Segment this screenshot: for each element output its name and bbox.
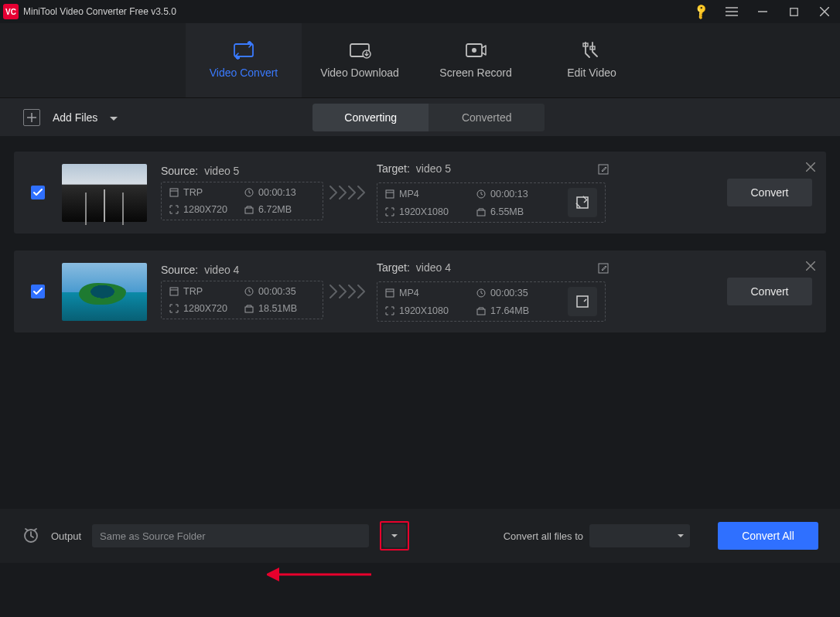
svg-rect-24 <box>477 210 485 216</box>
conversion-list: Source: video 5 TRP 00:00:13 1280X720 6.… <box>0 136 840 348</box>
source-name: video 5 <box>204 165 239 177</box>
target-info: Target: video 5 MP4 00:00:13 1920X1080 6… <box>377 162 609 223</box>
src-duration: 00:00:35 <box>258 286 296 297</box>
thumbnail <box>62 263 147 321</box>
svg-rect-33 <box>386 289 394 297</box>
nav-tab-edit-video[interactable]: Edit Video <box>534 23 650 97</box>
svg-rect-28 <box>170 288 178 295</box>
edit-icon <box>580 42 603 59</box>
svg-rect-4 <box>790 8 797 15</box>
tab-converting[interactable]: Converting <box>312 104 429 131</box>
convert-button[interactable]: Convert <box>727 179 812 206</box>
item-checkbox[interactable] <box>31 285 45 298</box>
svg-rect-19 <box>245 208 253 213</box>
output-dropdown-button[interactable] <box>383 524 406 547</box>
src-resolution: 1280X720 <box>183 303 227 314</box>
src-duration: 00:00:13 <box>258 187 296 198</box>
nav-tab-video-download[interactable]: Video Download <box>302 23 418 97</box>
tgt-duration: 00:00:13 <box>490 189 528 199</box>
target-label: Target: <box>377 162 410 175</box>
maximize-icon[interactable] <box>778 0 809 23</box>
source-label: Source: <box>161 165 198 177</box>
output-settings-button[interactable] <box>568 287 597 316</box>
tgt-size: 6.55MB <box>490 206 524 217</box>
arrow-icon <box>329 186 367 199</box>
tab-converted[interactable]: Converted <box>429 104 545 131</box>
window-title: MiniTool Video Converter Free v3.5.0 <box>23 6 176 17</box>
tgt-size: 17.64MB <box>490 305 529 316</box>
item-checkbox[interactable] <box>31 186 45 199</box>
nav-label: Edit Video <box>567 66 616 79</box>
src-resolution: 1280X720 <box>183 204 227 215</box>
edit-name-icon[interactable] <box>598 162 609 178</box>
nav-label: Screen Record <box>439 66 511 79</box>
arrow-icon <box>329 285 367 298</box>
status-segment: Converting Converted <box>312 104 545 131</box>
close-icon[interactable] <box>809 0 840 23</box>
app-window: VC MiniTool Video Converter Free v3.5.0 … <box>0 0 840 617</box>
svg-rect-31 <box>245 307 253 312</box>
source-label: Source: <box>161 264 198 276</box>
source-name: video 4 <box>204 264 239 276</box>
app-logo-icon: VC <box>3 4 19 19</box>
toolbar: Add Files Converting Converted <box>0 97 840 136</box>
convert-button[interactable]: Convert <box>727 278 812 305</box>
source-info: Source: video 4 TRP 00:00:35 1280X720 18… <box>161 264 319 319</box>
bottom-bar: Output Same as Source Folder Convert all… <box>0 509 840 563</box>
src-format: TRP <box>183 286 203 297</box>
output-folder-value: Same as Source Folder <box>100 530 206 542</box>
tgt-resolution: 1920X1080 <box>399 206 449 217</box>
svg-rect-16 <box>170 189 178 196</box>
target-info: Target: video 4 MP4 00:00:35 1920X1080 1… <box>377 261 609 322</box>
nav-label: Video Convert <box>210 66 278 79</box>
convert-all-button[interactable]: Convert All <box>718 522 818 550</box>
annotation-highlight <box>380 521 409 551</box>
remove-item-icon[interactable] <box>806 161 815 175</box>
src-format: TRP <box>183 187 203 198</box>
remove-item-icon[interactable] <box>806 260 815 274</box>
conversion-item: Source: video 5 TRP 00:00:13 1280X720 6.… <box>14 152 826 234</box>
src-size: 18.51MB <box>258 303 297 314</box>
hamburger-menu-icon[interactable] <box>716 0 747 23</box>
target-name: video 5 <box>416 162 451 175</box>
nav-label: Video Download <box>320 66 399 79</box>
svg-rect-37 <box>577 296 588 307</box>
nav-tab-video-convert[interactable]: Video Convert <box>186 23 302 97</box>
titlebar: VC MiniTool Video Converter Free v3.5.0 … <box>0 0 840 23</box>
target-label: Target: <box>377 261 410 274</box>
convert-all-to-label: Convert all files to <box>504 530 583 542</box>
download-icon <box>348 42 371 59</box>
convert-icon <box>232 42 255 59</box>
svg-rect-21 <box>386 190 394 198</box>
tgt-format: MP4 <box>399 189 419 199</box>
main-nav: Video Convert Video Download Screen Reco… <box>0 23 840 97</box>
src-size: 6.72MB <box>258 204 292 215</box>
svg-rect-36 <box>477 309 485 315</box>
conversion-item: Source: video 4 TRP 00:00:35 1280X720 18… <box>14 251 826 332</box>
tgt-format: MP4 <box>399 288 419 298</box>
tgt-duration: 00:00:35 <box>490 288 528 298</box>
target-format-dropdown[interactable] <box>589 524 690 547</box>
svg-point-11 <box>472 48 476 53</box>
record-icon <box>464 42 487 59</box>
nav-tab-screen-record[interactable]: Screen Record <box>418 23 534 97</box>
output-label: Output <box>51 530 81 542</box>
source-info: Source: video 5 TRP 00:00:13 1280X720 6.… <box>161 165 319 220</box>
minimize-icon[interactable] <box>747 0 778 23</box>
thumbnail <box>62 164 147 222</box>
output-folder-field[interactable]: Same as Source Folder <box>92 524 369 547</box>
output-settings-button[interactable] <box>568 188 597 217</box>
tgt-resolution: 1920X1080 <box>399 305 449 316</box>
target-name: video 4 <box>416 261 451 274</box>
edit-name-icon[interactable] <box>598 261 609 277</box>
schedule-icon[interactable] <box>22 526 40 547</box>
